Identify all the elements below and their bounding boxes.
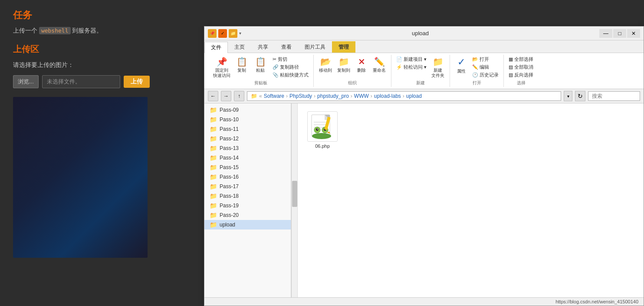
folder-item-pass-09[interactable]: 📁Pass-09 [204, 105, 291, 115]
back-button[interactable]: ← [208, 91, 218, 101]
cut-icon: ✂ [273, 57, 276, 62]
open-icon: 📂 [472, 57, 478, 62]
history-label: 历史记录 [480, 72, 499, 78]
ribbon-group-new: 📄 新建项目 ▾ ⚡ 轻松访问 ▾ 📁 新建文件夹 新建 [391, 55, 450, 87]
pin-label: 固定到快速访问 [213, 68, 230, 78]
ribbon-invert[interactable]: ▧ 反向选择 [507, 71, 535, 79]
folder-icon-tb: 📁 [229, 29, 237, 38]
tab-share[interactable]: 共享 [251, 41, 275, 53]
organize-label: 组织 [348, 80, 357, 86]
ribbon-quick-access[interactable]: ⚡ 轻松访问 ▾ [395, 63, 428, 71]
path-arrow-3: › [351, 93, 352, 99]
upload-button[interactable]: 上传 [124, 76, 150, 88]
rename-icon: ✏️ [374, 57, 385, 67]
up-button[interactable]: ↑ [234, 91, 244, 101]
image-preview [13, 97, 148, 258]
address-dropdown[interactable]: ▾ [564, 91, 572, 101]
address-path[interactable]: 📁 « Software › PhpStudy › phpstudy_pro ›… [247, 91, 561, 101]
ribbon-copy[interactable]: 📋 复制 [234, 56, 250, 74]
edit-label: 编辑 [480, 64, 489, 70]
task-title: 任务 [13, 9, 191, 22]
tab-picture-tools[interactable]: 图片工具 [298, 41, 332, 53]
history-icon: 🕐 [472, 72, 478, 78]
upload-title: 上传区 [13, 43, 191, 55]
sidebar-scrollbar[interactable] [291, 103, 297, 297]
search-input[interactable] [588, 91, 640, 101]
file-item-06php[interactable]: 06.php [303, 109, 342, 151]
folder-item-pass-11[interactable]: 📁Pass-11 [204, 124, 291, 134]
path-arrow-4: › [371, 93, 372, 99]
ribbon-select-none[interactable]: ▨ 全部取消 [507, 63, 535, 71]
quick-access-icon: ⚡ [396, 64, 402, 70]
path-upload-labs[interactable]: upload-labs [374, 93, 401, 99]
path-www[interactable]: WWW [354, 93, 369, 99]
new-item-icon: 📄 [396, 57, 402, 62]
browse-button[interactable]: 浏览... [13, 75, 39, 88]
ribbon-new-folder[interactable]: 📁 新建文件夹 [430, 56, 446, 79]
tab-file[interactable]: 文件 [204, 42, 228, 53]
folder-name-11: Pass-20 [220, 212, 239, 218]
folder-item-upload[interactable]: 📁upload [204, 220, 291, 230]
folder-icon-7: 📁 [210, 173, 217, 180]
ribbon-select-all[interactable]: ▦ 全部选择 [507, 56, 535, 63]
sidebar-scrollbar-thumb[interactable] [292, 181, 297, 207]
tab-view[interactable]: 查看 [275, 41, 298, 53]
paste-shortcut-label: 粘贴快捷方式 [280, 72, 309, 78]
ribbon-copy-path[interactable]: 🔗 复制路径 [271, 63, 310, 71]
ribbon-paste-shortcut[interactable]: 📎 粘贴快捷方式 [271, 71, 310, 79]
folder-name-0: Pass-09 [220, 107, 239, 113]
ribbon-history[interactable]: 🕐 历史记录 [471, 71, 500, 79]
ribbon-paste[interactable]: 📋 粘贴 [251, 56, 269, 74]
tab-home[interactable]: 主页 [228, 41, 251, 53]
ribbon-move-to[interactable]: 📂 移动到 [317, 56, 334, 74]
folder-name-9: Pass-18 [220, 193, 239, 199]
ribbon-rename[interactable]: ✏️ 重命名 [371, 56, 388, 74]
folder-item-pass-17[interactable]: 📁Pass-17 [204, 182, 291, 191]
ribbon-new-item[interactable]: 📄 新建项目 ▾ [395, 56, 428, 63]
path-phpstudy-pro[interactable]: phpstudy_pro [317, 93, 349, 99]
tab-manage[interactable]: 管理 [332, 41, 355, 53]
folder-item-pass-19[interactable]: 📁Pass-19 [204, 201, 291, 210]
ribbon-copy-to[interactable]: 📁 复制到 [335, 56, 352, 74]
maximize-button[interactable]: □ [613, 29, 626, 38]
folder-item-pass-14[interactable]: 📁Pass-14 [204, 153, 291, 163]
ribbon-open[interactable]: 📂 打开 [471, 56, 500, 63]
ribbon-delete[interactable]: ✕ 删除 [354, 56, 369, 74]
folder-item-pass-10[interactable]: 📁Pass-10 [204, 115, 291, 124]
folder-name-1: Pass-10 [220, 116, 239, 123]
ribbon-pin-quick-access[interactable]: 📌 固定到快速访问 [211, 56, 232, 79]
forward-button[interactable]: → [221, 91, 231, 101]
minimize-button[interactable]: — [599, 29, 612, 38]
path-phpstudy[interactable]: PhpStudy [289, 93, 312, 99]
notepad-icon-svg [309, 113, 335, 140]
folder-item-pass-20[interactable]: 📁Pass-20 [204, 210, 291, 220]
move-icon: 📂 [320, 57, 331, 67]
folder-list: 📁Pass-09📁Pass-10📁Pass-11📁Pass-12📁Pass-13… [204, 103, 291, 231]
open-items: ✓ 属性 📂 打开 ✏️ 编辑 🕐 [453, 56, 500, 79]
window-title: upload [241, 30, 599, 37]
folder-item-pass-13[interactable]: 📁Pass-13 [204, 143, 291, 153]
path-upload[interactable]: upload [406, 93, 422, 99]
folder-item-pass-18[interactable]: 📁Pass-18 [204, 191, 291, 201]
folder-item-pass-16[interactable]: 📁Pass-16 [204, 172, 291, 182]
ribbon-edit[interactable]: ✏️ 编辑 [471, 63, 500, 71]
folder-name-12: upload [220, 222, 235, 228]
folder-icon-12: 📁 [210, 221, 217, 228]
path-software[interactable]: Software [264, 93, 284, 99]
ribbon-group-organize: 📂 移动到 📁 复制到 ✕ 删除 ✏️ 重命名 [314, 55, 391, 87]
ribbon-cut[interactable]: ✂ 剪切 [271, 56, 310, 63]
file-thumb-06php [307, 111, 338, 142]
upload-label: 请选择要上传的图片： [13, 61, 191, 69]
folder-icon-9: 📁 [210, 193, 217, 200]
new-folder-label: 新建文件夹 [431, 68, 444, 78]
folder-icon-4: 📁 [210, 145, 217, 152]
folder-item-pass-15[interactable]: 📁Pass-15 [204, 163, 291, 172]
folder-icon-11: 📁 [210, 212, 217, 219]
refresh-button[interactable]: ↻ [575, 91, 585, 101]
select-small-items: ▦ 全部选择 ▨ 全部取消 ▧ 反向选择 [507, 56, 535, 79]
new-folder-icon: 📁 [433, 57, 444, 67]
folder-item-pass-12[interactable]: 📁Pass-12 [204, 134, 291, 143]
close-button[interactable]: ✕ [627, 29, 640, 38]
folder-icon-3: 📁 [210, 135, 217, 142]
ribbon-properties[interactable]: ✓ 属性 [453, 56, 469, 75]
